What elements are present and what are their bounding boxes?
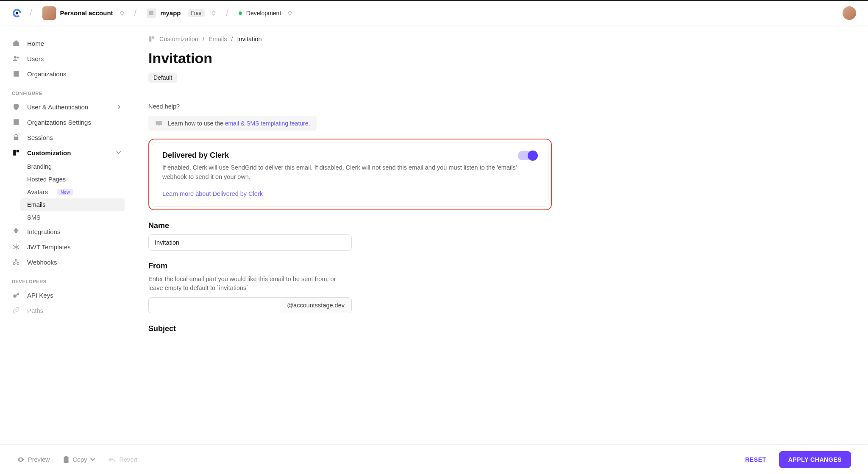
- sidebar-item-label: Branding: [27, 163, 52, 170]
- sidebar-item-users[interactable]: Users: [0, 51, 131, 66]
- svg-rect-6: [13, 150, 16, 156]
- main-content: Customization / Emails / Invitation Invi…: [131, 25, 572, 444]
- preview-label: Preview: [28, 456, 50, 463]
- app-name: myapp: [160, 9, 181, 17]
- svg-rect-3: [14, 71, 19, 77]
- sidebar: Home Users Organizations CONFIGURE User …: [0, 25, 131, 444]
- help-box: Learn how to use the email & SMS templat…: [148, 116, 317, 131]
- account-name: Personal account: [60, 9, 113, 17]
- undo-icon: [108, 457, 116, 463]
- separator: /: [226, 8, 228, 18]
- sidebar-item-home[interactable]: Home: [0, 36, 131, 51]
- sidebar-item-integrations[interactable]: Integrations: [0, 224, 131, 239]
- sidebar-item-sms[interactable]: SMS: [0, 211, 131, 224]
- footer-bar: Preview Copy Revert RESET APPLY CHANGES: [0, 444, 868, 474]
- help-text: Learn how to use the email & SMS templat…: [168, 120, 310, 127]
- building-icon: [12, 70, 20, 78]
- svg-point-1: [14, 56, 17, 59]
- from-input-group: @accountsstage.dev: [148, 297, 352, 313]
- sidebar-item-jwt[interactable]: JWT Templates: [0, 239, 131, 254]
- palette-icon: [12, 148, 20, 157]
- account-selector[interactable]: Personal account: [40, 5, 127, 22]
- sidebar-item-label: Home: [27, 40, 44, 47]
- home-icon: [12, 39, 20, 47]
- svg-rect-14: [64, 457, 68, 463]
- separator: /: [30, 8, 32, 18]
- sidebar-item-label: Organizations: [27, 70, 67, 78]
- page-title: Invitation: [148, 50, 552, 67]
- revert-label: Revert: [119, 456, 137, 463]
- name-input[interactable]: [148, 234, 352, 251]
- sidebar-item-customization[interactable]: Customization: [0, 145, 131, 160]
- sidebar-item-avatars[interactable]: AvatarsNew: [0, 186, 131, 198]
- eye-icon: [17, 457, 25, 463]
- sidebar-item-api-keys[interactable]: API Keys: [0, 287, 131, 303]
- svg-rect-12: [149, 36, 151, 42]
- sidebar-item-webhooks[interactable]: Webhooks: [0, 254, 131, 270]
- clerk-logo-icon[interactable]: [12, 8, 22, 18]
- copy-label: Copy: [73, 456, 87, 463]
- revert-button[interactable]: Revert: [108, 456, 137, 463]
- from-input[interactable]: [148, 297, 280, 313]
- delivered-by-clerk-card: Delivered by Clerk If enabled, Clerk wil…: [152, 142, 548, 207]
- breadcrumb-item[interactable]: Customization: [159, 36, 198, 42]
- subject-label: Subject: [148, 324, 552, 333]
- separator: /: [134, 8, 137, 18]
- key-icon: [12, 291, 20, 299]
- sidebar-item-sessions[interactable]: Sessions: [0, 130, 131, 145]
- from-domain-addon: @accountsstage.dev: [280, 297, 352, 313]
- environment-selector[interactable]: Development: [236, 8, 295, 18]
- user-avatar[interactable]: [843, 6, 856, 20]
- sidebar-item-label: Emails: [27, 201, 46, 208]
- clipboard-icon: [63, 456, 70, 463]
- book-icon: [155, 120, 163, 126]
- apply-changes-button[interactable]: APPLY CHANGES: [779, 451, 851, 468]
- chevron-updown-icon: [120, 11, 124, 16]
- chevron-right-icon: [117, 104, 121, 109]
- sidebar-item-user-auth[interactable]: User & Authentication: [0, 99, 131, 114]
- sidebar-section-developers: DEVELOPERS: [0, 270, 131, 287]
- learn-more-link[interactable]: Learn more about Delivered by Clerk: [162, 190, 263, 197]
- preview-button[interactable]: Preview: [17, 456, 50, 463]
- environment-status-icon: [239, 11, 242, 15]
- delivered-toggle[interactable]: [518, 151, 538, 160]
- sidebar-item-label: Integrations: [27, 228, 60, 235]
- copy-button[interactable]: Copy: [63, 456, 96, 463]
- account-avatar: [42, 6, 56, 20]
- plugin-icon: [12, 227, 20, 236]
- sidebar-item-emails[interactable]: Emails: [20, 198, 125, 211]
- app-selector[interactable]: myapp Free: [144, 7, 218, 20]
- breadcrumb-item[interactable]: Emails: [209, 36, 227, 42]
- sidebar-section-configure: CONFIGURE: [0, 81, 131, 99]
- svg-point-2: [17, 57, 19, 59]
- help-link[interactable]: email & SMS templating feature: [225, 120, 309, 127]
- sidebar-item-label: Paths: [27, 307, 43, 314]
- svg-point-0: [16, 12, 18, 14]
- sidebar-item-paths[interactable]: Paths: [0, 303, 131, 318]
- from-description: Enter the local email part you would lik…: [148, 275, 343, 293]
- sidebar-item-branding[interactable]: Branding: [0, 160, 131, 173]
- reset-button[interactable]: RESET: [745, 456, 766, 463]
- new-badge: New: [57, 189, 73, 195]
- sidebar-item-label: API Keys: [27, 292, 53, 299]
- sidebar-item-label: Customization: [27, 149, 71, 156]
- name-label: Name: [148, 221, 552, 230]
- sidebar-item-label: Webhooks: [27, 259, 57, 266]
- sidebar-item-organizations[interactable]: Organizations: [0, 66, 131, 81]
- plan-badge: Free: [188, 9, 205, 17]
- sidebar-item-label: Hosted Pages: [27, 176, 66, 183]
- webhook-icon: [12, 258, 20, 266]
- sidebar-item-label: User & Authentication: [27, 103, 88, 111]
- breadcrumb-current: Invitation: [237, 36, 262, 42]
- link-icon: [12, 306, 20, 315]
- asterisk-icon: [12, 243, 20, 251]
- sidebar-item-org-settings[interactable]: Organizations Settings: [0, 114, 131, 130]
- separator: /: [203, 36, 204, 42]
- sidebar-item-label: Avatars: [27, 189, 48, 195]
- users-icon: [12, 54, 20, 63]
- card-description: If enabled, Clerk will use SendGrid to d…: [162, 163, 518, 182]
- sidebar-item-hosted-pages[interactable]: Hosted Pages: [0, 173, 131, 186]
- card-title: Delivered by Clerk: [162, 151, 518, 160]
- shield-icon: [12, 103, 20, 111]
- sidebar-item-label: Organizations Settings: [27, 119, 91, 126]
